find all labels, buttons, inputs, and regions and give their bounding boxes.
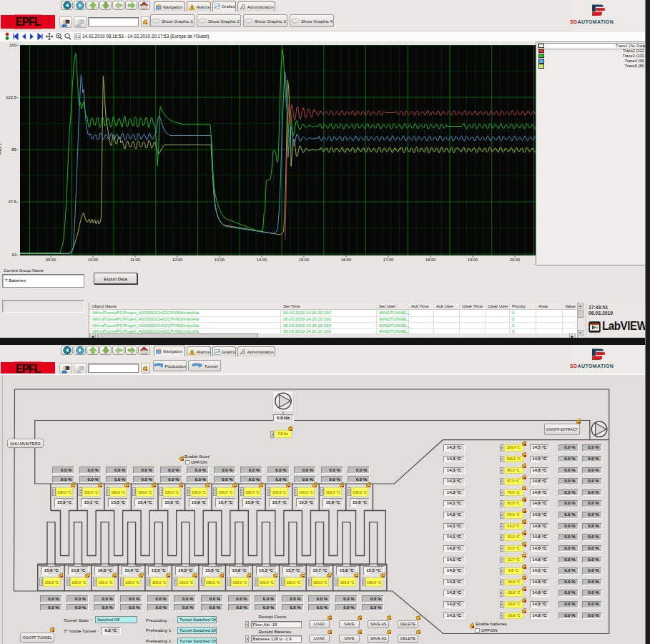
- svg-text:1:1: 1:1: [75, 34, 80, 39]
